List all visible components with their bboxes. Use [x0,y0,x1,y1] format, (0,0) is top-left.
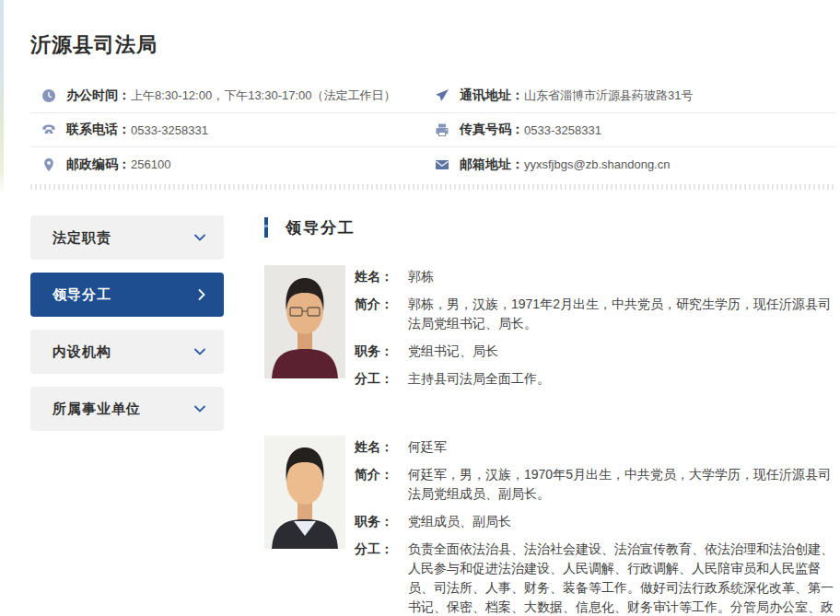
info-row-bio: 简介： 何廷军，男，汉族，1970年5月出生，中共党员，大学学历，现任沂源县司法… [355,465,840,504]
leader-post: 党组书记、局长 [408,342,840,361]
location-icon [41,157,56,172]
contact-row-address: 通讯地址： 山东省淄博市沂源县药玻路31号 [433,79,836,113]
chevron-down-icon [193,233,206,242]
info-row-post: 职务： 党组书记、局长 [355,342,840,361]
sidebar-item-legal-duties[interactable]: 法定职责 [30,215,224,260]
chevron-down-icon [193,404,206,413]
main-layout: 法定职责 领导分工 内设机构 所属事业单位 领导分工 [30,215,840,616]
leader-name: 郭栋 [408,267,840,286]
leader-photo [264,436,345,549]
leader-post: 党组成员、副局长 [408,512,840,531]
page-title: 沂源县司法局 [0,0,840,57]
contact-row-email: 邮箱地址： yyxsfjbgs@zb.shandong.cn [433,147,836,181]
field-label: 分工： [355,369,408,389]
contact-row-fax: 传真号码： 0533-3258331 [433,113,836,147]
leader-duty: 主持县司法局全面工作。 [408,369,840,389]
leader-card: 姓名： 郭栋 简介： 郭栋，男，汉族，1971年2月出生，中共党员，研究生学历，… [264,265,840,397]
contact-label: 传真号码： [460,122,524,138]
info-row-name: 姓名： 郭栋 [355,267,840,286]
info-row-duty: 分工： 负责全面依法治县、法治社会建设、法治宣传教育、依法治理和法治创建、人民参… [355,540,840,616]
section-accent-bar [264,217,268,238]
leader-info: 姓名： 何廷军 简介： 何廷军，男，汉族，1970年5月出生，中共党员，大学学历… [355,436,840,616]
leader-bio: 何廷军，男，汉族，1970年5月出生，中共党员，大学学历，现任沂源县司法局党组成… [408,465,840,504]
dotted-separator [30,184,836,190]
contact-row-postcode: 邮政编码： 256100 [30,147,433,181]
sidebar-item-leadership-division[interactable]: 领导分工 [30,273,224,317]
section-title: 领导分工 [286,217,356,238]
section-header: 领导分工 [264,215,840,239]
contact-label: 联系电话： [66,122,131,138]
contact-label: 办公时间： [66,87,131,104]
sidebar-item-label: 法定职责 [52,229,111,247]
mail-icon [435,157,449,172]
field-label: 简介： [355,295,408,333]
phone-icon [41,122,56,137]
clock-icon [41,88,56,103]
contact-value: 256100 [131,157,170,171]
field-label: 职务： [355,512,408,531]
field-label: 分工： [355,540,408,616]
leader-duty: 负责全面依法治县、法治社会建设、法治宣传教育、依法治理和法治创建、人民参与和促进… [408,540,840,616]
contact-row-phone: 联系电话： 0533-3258331 [30,113,433,147]
leader-info: 姓名： 郭栋 简介： 郭栋，男，汉族，1971年2月出生，中共党员，研究生学历，… [355,265,840,397]
contact-value: 上午8:30-12:00，下午13:30-17:00（法定工作日） [131,87,396,104]
contact-value: 0533-3258331 [131,123,208,137]
field-label: 姓名： [355,267,408,286]
sidebar-item-affiliated-institutions[interactable]: 所属事业单位 [30,387,224,431]
send-icon [435,88,449,103]
chevron-down-icon [193,347,206,356]
fax-icon [435,122,449,137]
contact-label: 邮政编码： [66,157,131,173]
field-label: 姓名： [355,437,408,457]
sidebar: 法定职责 领导分工 内设机构 所属事业单位 [30,215,224,616]
info-row-name: 姓名： 何廷军 [355,437,840,457]
sidebar-item-label: 领导分工 [52,286,111,304]
leader-bio: 郭栋，男，汉族，1971年2月出生，中共党员，研究生学历，现任沂源县司法局党组书… [408,295,840,333]
chevron-right-icon [197,288,206,301]
contact-info-panel: 办公时间： 上午8:30-12:00，下午13:30-17:00（法定工作日） … [30,79,836,181]
content-area: 领导分工 姓名： 郭栋 简介： [264,215,840,616]
sidebar-item-label: 内设机构 [52,343,111,361]
contact-row-office-hours: 办公时间： 上午8:30-12:00，下午13:30-17:00（法定工作日） [30,79,433,113]
contact-label: 邮箱地址： [460,157,524,173]
sidebar-item-internal-organs[interactable]: 内设机构 [30,330,224,374]
sidebar-item-label: 所属事业单位 [52,401,141,418]
info-row-bio: 简介： 郭栋，男，汉族，1971年2月出生，中共党员，研究生学历，现任沂源县司法… [355,295,840,333]
contact-value: 0533-3258331 [524,123,601,137]
leader-name: 何廷军 [408,437,840,457]
info-row-post: 职务： 党组成员、副局长 [355,512,840,531]
contact-value: 山东省淄博市沂源县药玻路31号 [524,87,693,104]
field-label: 简介： [355,465,408,504]
leader-photo [264,265,345,378]
info-row-duty: 分工： 主持县司法局全面工作。 [355,369,840,389]
leader-card: 姓名： 何廷军 简介： 何廷军，男，汉族，1970年5月出生，中共党员，大学学历… [264,436,840,616]
contact-label: 通讯地址： [460,87,524,104]
left-edge-decoration [0,0,4,195]
contact-value: yyxsfjbgs@zb.shandong.cn [524,157,670,171]
field-label: 职务： [355,342,408,361]
